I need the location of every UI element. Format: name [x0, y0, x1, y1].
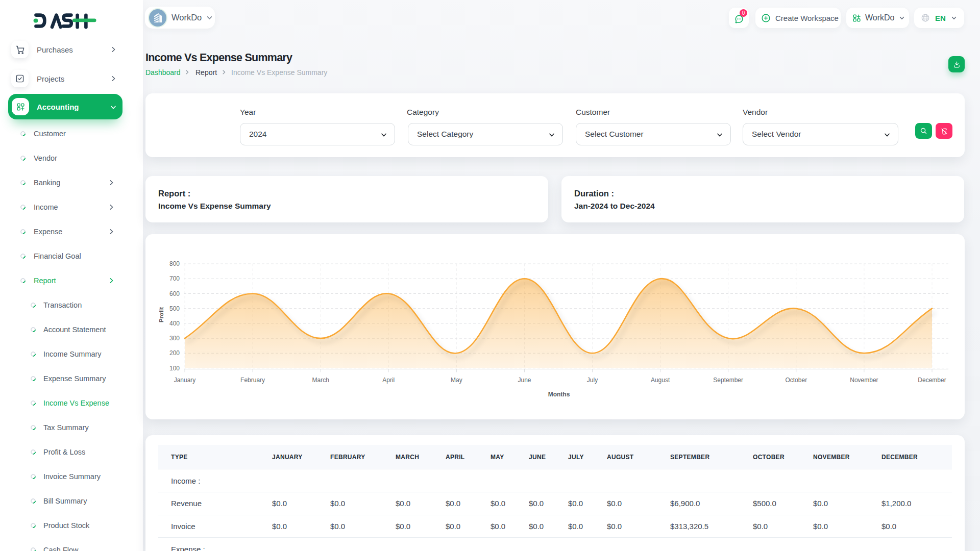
svg-text:October: October [785, 377, 807, 384]
svg-text:400: 400 [169, 320, 180, 327]
svg-text:600: 600 [169, 290, 180, 297]
svg-text:June: June [518, 377, 531, 384]
svg-text:August: August [651, 377, 670, 384]
svg-text:May: May [451, 377, 462, 384]
svg-text:December: December [918, 377, 946, 384]
svg-text:Months: Months [548, 391, 570, 398]
svg-text:300: 300 [169, 335, 180, 342]
svg-text:500: 500 [169, 305, 180, 312]
svg-text:September: September [713, 377, 743, 384]
svg-text:March: March [312, 377, 329, 384]
svg-text:November: November [850, 377, 878, 384]
svg-text:200: 200 [169, 349, 180, 357]
svg-text:April: April [382, 377, 395, 384]
svg-text:Profit: Profit [158, 307, 164, 322]
svg-text:February: February [240, 377, 265, 384]
svg-text:100: 100 [169, 365, 180, 372]
svg-text:800: 800 [169, 260, 180, 267]
svg-text:July: July [587, 377, 598, 384]
svg-text:700: 700 [169, 275, 180, 282]
svg-text:January: January [174, 377, 196, 384]
